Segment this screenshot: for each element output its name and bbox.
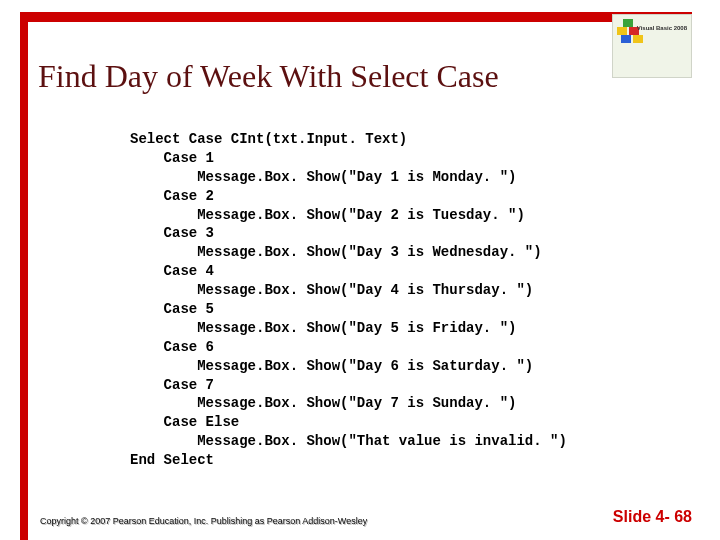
book-logo: Visual Basic 2008 xyxy=(612,14,692,78)
accent-top-bar xyxy=(28,12,692,22)
slide-number: Slide 4- 68 xyxy=(613,508,692,526)
logo-text: Visual Basic 2008 xyxy=(637,25,687,32)
copyright-text: Copyright © 2007 Pearson Education, Inc.… xyxy=(40,516,367,526)
slide-title: Find Day of Week With Select Case xyxy=(38,58,499,95)
lego-blocks-icon xyxy=(617,19,647,47)
footer: Copyright © 2007 Pearson Education, Inc.… xyxy=(40,508,692,526)
code-block: Select Case CInt(txt.Input. Text) Case 1… xyxy=(130,130,567,470)
accent-side-bar xyxy=(20,12,28,540)
